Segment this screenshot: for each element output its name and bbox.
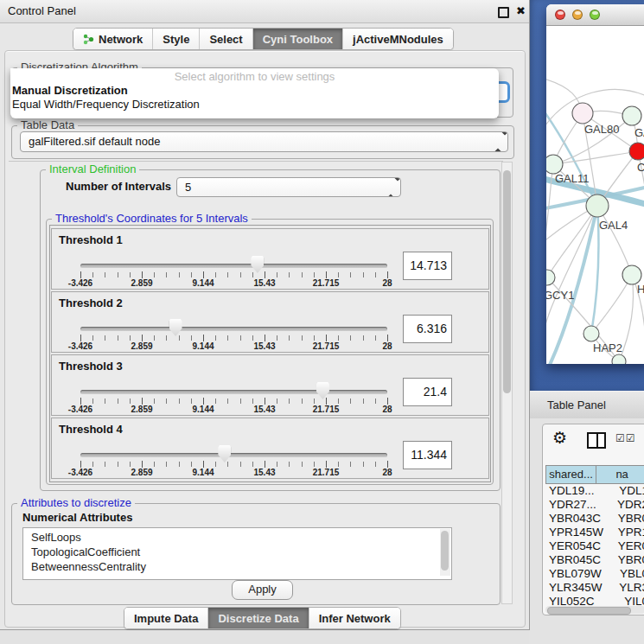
list-item[interactable]: TopologicalCoefficient: [23, 545, 451, 559]
slider-major-tick: [203, 461, 204, 468]
tab-jactivemnodules[interactable]: jActiveMNodules: [343, 29, 453, 49]
attributes-list[interactable]: SelfLoopsTopologicalCoefficientBetweenne…: [22, 527, 452, 580]
slider-major-tick: [142, 461, 143, 468]
threshold-value-field[interactable]: 6.316: [403, 315, 452, 343]
zoom-button[interactable]: [590, 10, 600, 20]
minimize-button[interactable]: [572, 10, 583, 20]
table-cell[interactable]: YBR043C: [545, 512, 606, 526]
table-row[interactable]: YIL052CYIL0: [545, 595, 644, 605]
network-window-titlebar[interactable]: [546, 4, 644, 26]
table-cell[interactable]: YBL0: [608, 567, 644, 581]
threshold-value-field[interactable]: 11.344: [403, 441, 452, 469]
tab-style[interactable]: Style: [153, 29, 200, 49]
checkbox-icons[interactable]: ☑☑: [615, 432, 636, 444]
network-edge[interactable]: [553, 151, 638, 164]
tab-select[interactable]: Select: [200, 29, 252, 49]
table-cell[interactable]: YBR0: [606, 553, 644, 567]
dropdown-option[interactable]: Equal Width/Frequency Discretization: [10, 98, 499, 112]
table-cell[interactable]: YDL1: [607, 484, 644, 498]
table-cell[interactable]: YER054C: [545, 539, 606, 553]
tab-label: Impute Data: [134, 612, 198, 625]
network-canvas[interactable]: GAL80GACGAL11GAL4GCY1HHAP2: [546, 26, 644, 364]
network-node-label: C: [637, 161, 644, 174]
network-node[interactable]: [546, 155, 563, 174]
tab-discretize-data[interactable]: Discretize Data: [208, 608, 309, 628]
table-row[interactable]: YBR043CYBR0: [545, 512, 644, 526]
slider-major-tick: [142, 335, 143, 341]
gear-icon[interactable]: ⚙: [552, 430, 567, 447]
table-cell[interactable]: YDR27...: [545, 498, 605, 512]
table-cell[interactable]: YPR1: [606, 526, 644, 539]
table-cell[interactable]: YDR2: [605, 498, 644, 512]
apply-button[interactable]: Apply: [232, 580, 293, 600]
network-node[interactable]: [612, 354, 626, 364]
network-node[interactable]: [586, 194, 609, 217]
slider-major-tick: [326, 335, 327, 341]
scrollbar-thumb[interactable]: [503, 170, 511, 393]
table-cell[interactable]: YLR3: [607, 581, 644, 595]
slider-track[interactable]: [80, 390, 387, 394]
table-cell[interactable]: YDL19...: [545, 484, 607, 498]
slider-major-tick: [80, 271, 81, 278]
table-row[interactable]: YBL079WYBL0: [545, 567, 644, 581]
tab-impute-data[interactable]: Impute Data: [124, 608, 208, 628]
table-row[interactable]: YDR27...YDR2: [545, 498, 644, 512]
network-node[interactable]: [546, 270, 555, 285]
slider-handle[interactable]: [218, 445, 231, 462]
table-cell[interactable]: YER0: [606, 539, 644, 553]
table-data-combobox[interactable]: galFiltered.sif default node: [20, 131, 508, 152]
table-cell[interactable]: YIL052C: [545, 595, 612, 605]
network-node[interactable]: [572, 103, 593, 124]
table-row[interactable]: YBR045CYBR0: [545, 553, 644, 567]
vertical-scrollbar[interactable]: [501, 162, 513, 604]
network-view-window[interactable]: GAL80GACGAL11GAL4GCY1HHAP2: [546, 4, 644, 363]
table-panel-titlebar[interactable]: Table Panel: [529, 391, 644, 420]
threshold-value-field[interactable]: 14.713: [403, 252, 452, 280]
column-header[interactable]: na: [596, 466, 644, 483]
slider-handle[interactable]: [169, 319, 182, 336]
slider-major-tick: [203, 271, 204, 278]
tab-network[interactable]: Network: [73, 29, 153, 49]
slider-track[interactable]: [80, 327, 387, 331]
table-row[interactable]: YER054CYER0: [545, 539, 644, 553]
split-view-icon[interactable]: [587, 432, 606, 449]
slider-track[interactable]: [80, 264, 387, 268]
float-icon[interactable]: [498, 7, 509, 18]
dropdown-option[interactable]: Manual Discretization: [10, 84, 499, 98]
horizontal-scrollbar[interactable]: [545, 606, 644, 614]
network-node[interactable]: [583, 326, 599, 341]
table-row[interactable]: YLR345WYLR3: [545, 581, 644, 595]
table-cell[interactable]: YIL0: [612, 595, 644, 605]
threshold-value-field[interactable]: 21.4: [403, 378, 452, 406]
table-cell[interactable]: YBL079W: [545, 567, 608, 581]
control-panel-titlebar[interactable]: Control Panel ✖: [0, 0, 529, 23]
list-item[interactable]: BetweennessCentrality: [23, 559, 451, 574]
table-cell[interactable]: YLR345W: [545, 581, 607, 595]
scrollbar-thumb[interactable]: [547, 607, 631, 615]
slider-handle[interactable]: [316, 382, 329, 399]
table-row[interactable]: YPR145WYPR1: [545, 526, 644, 539]
slider-handle[interactable]: [251, 256, 264, 273]
slider-major-tick: [142, 398, 143, 405]
close-icon[interactable]: ✖: [516, 4, 526, 17]
table-cell[interactable]: YBR045C: [545, 553, 606, 567]
scrollbar-thumb[interactable]: [441, 531, 449, 571]
table-cell[interactable]: YPR145W: [545, 526, 606, 539]
list-scrollbar[interactable]: [440, 529, 450, 576]
column-header[interactable]: shared...: [546, 466, 596, 483]
interval-definition-group: Interval Definition Number of Intervals …: [40, 169, 501, 491]
slider-track[interactable]: [80, 453, 387, 457]
threshold-label: Threshold 2: [59, 296, 123, 309]
network-node[interactable]: [622, 106, 641, 125]
network-node[interactable]: [629, 143, 644, 160]
slider-minor-ticks: [80, 272, 388, 277]
num-intervals-combobox[interactable]: 5: [176, 177, 401, 197]
list-item[interactable]: SelfLoops: [23, 530, 451, 545]
close-button[interactable]: [555, 10, 565, 20]
threshold-label: Threshold 1: [59, 233, 123, 246]
tab-infer-network[interactable]: Infer Network: [309, 608, 400, 628]
network-node[interactable]: [622, 265, 641, 284]
tab-cyni-toolbox[interactable]: Cyni Toolbox: [253, 29, 343, 49]
table-row[interactable]: YDL19...YDL1: [545, 484, 644, 498]
table-cell[interactable]: YBR0: [606, 512, 644, 526]
